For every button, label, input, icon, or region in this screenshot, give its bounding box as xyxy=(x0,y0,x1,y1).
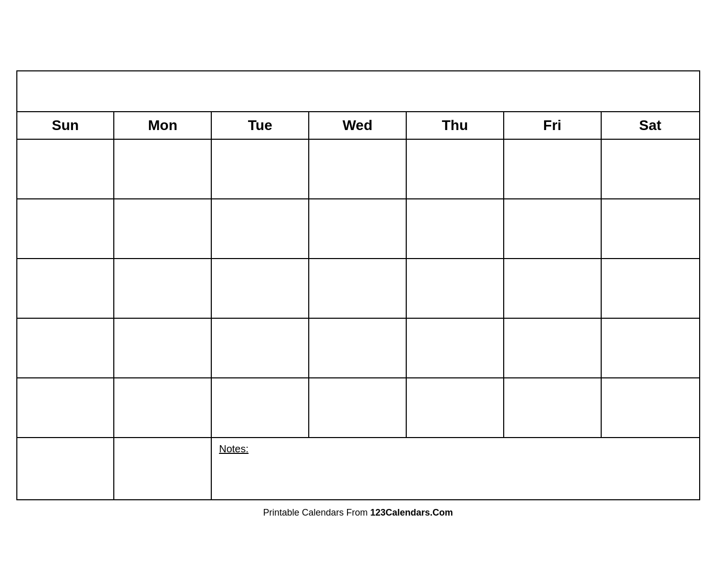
footer-text-normal: Printable Calendars From xyxy=(263,507,370,518)
table-row xyxy=(602,319,699,377)
notes-cell-sun xyxy=(17,438,115,499)
table-row xyxy=(212,199,309,258)
table-row xyxy=(602,199,699,258)
table-row xyxy=(212,259,309,318)
calendar-title-row xyxy=(17,71,699,112)
footer-text-bold: 123Calendars.Com xyxy=(371,507,453,518)
table-row xyxy=(114,140,212,198)
table-row xyxy=(504,199,602,258)
header-sat: Sat xyxy=(602,112,699,139)
page-wrapper: Sun Mon Tue Wed Thu Fri Sat xyxy=(0,0,716,588)
table-row xyxy=(504,319,602,377)
table-row xyxy=(309,378,407,437)
table-row xyxy=(407,259,504,318)
calendar-header: Sun Mon Tue Wed Thu Fri Sat xyxy=(17,112,699,140)
table-row xyxy=(212,319,309,377)
header-fri: Fri xyxy=(504,112,602,139)
table-row xyxy=(602,140,699,198)
notes-row: Notes: xyxy=(17,438,699,499)
header-tue: Tue xyxy=(212,112,309,139)
notes-label: Notes: xyxy=(219,443,249,454)
calendar-row-3 xyxy=(17,259,699,319)
table-row xyxy=(309,319,407,377)
calendar-container: Sun Mon Tue Wed Thu Fri Sat xyxy=(16,70,700,500)
header-sun: Sun xyxy=(17,112,115,139)
table-row xyxy=(212,378,309,437)
table-row xyxy=(114,319,212,377)
table-row xyxy=(504,140,602,198)
calendar-row-1 xyxy=(17,140,699,199)
notes-cell-mon xyxy=(114,438,212,499)
table-row xyxy=(504,378,602,437)
table-row xyxy=(407,199,504,258)
table-row xyxy=(17,378,115,437)
table-row xyxy=(17,259,115,318)
header-wed: Wed xyxy=(309,112,407,139)
header-thu: Thu xyxy=(407,112,504,139)
table-row xyxy=(602,259,699,318)
table-row xyxy=(504,259,602,318)
table-row xyxy=(602,378,699,437)
table-row xyxy=(309,140,407,198)
table-row xyxy=(17,140,115,198)
table-row xyxy=(407,140,504,198)
calendar-body: Notes: xyxy=(17,140,699,499)
table-row xyxy=(17,199,115,258)
footer: Printable Calendars From 123Calendars.Co… xyxy=(263,507,453,518)
calendar-row-2 xyxy=(17,199,699,259)
table-row xyxy=(309,199,407,258)
table-row xyxy=(407,319,504,377)
table-row xyxy=(309,259,407,318)
header-mon: Mon xyxy=(114,112,212,139)
table-row xyxy=(17,319,115,377)
table-row xyxy=(114,259,212,318)
notes-section: Notes: xyxy=(212,438,699,499)
calendar-row-4 xyxy=(17,319,699,378)
table-row xyxy=(114,199,212,258)
table-row xyxy=(114,378,212,437)
table-row xyxy=(407,378,504,437)
calendar-row-5 xyxy=(17,378,699,438)
table-row xyxy=(212,140,309,198)
